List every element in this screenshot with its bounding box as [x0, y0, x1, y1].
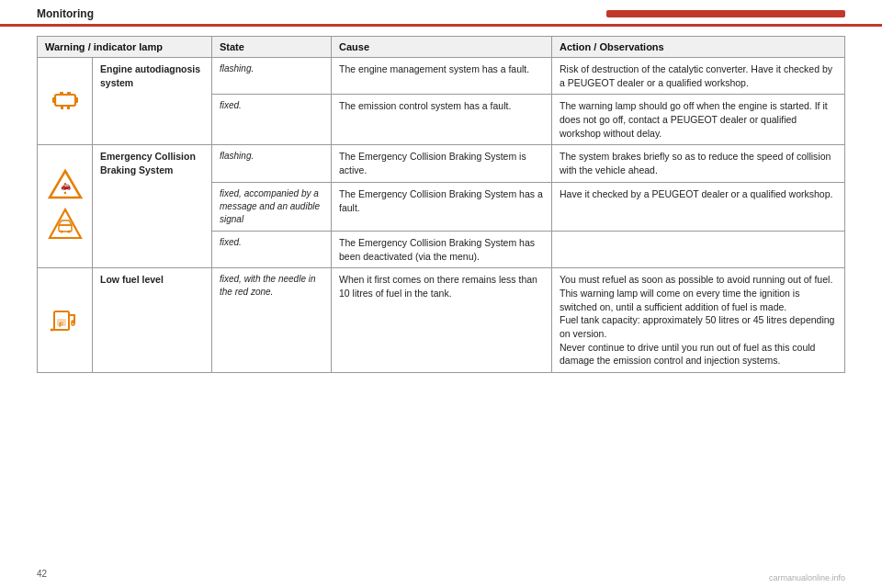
table-row: ! 🚗 Emergency Collision Braking System — [38, 145, 845, 182]
ecb-cause-2: The Emergency Collision Braking System h… — [332, 182, 552, 231]
engine-action-1: Risk of destruction of the catalytic con… — [552, 58, 845, 95]
page-title: Monitoring — [37, 7, 606, 20]
svg-rect-6 — [67, 106, 70, 109]
svg-rect-2 — [74, 97, 78, 103]
svg-text:F: F — [59, 321, 63, 329]
watermark: carmanualonline.info — [769, 573, 845, 582]
ecb-cause-3: The Emergency Collision Braking System h… — [332, 231, 552, 267]
fuel-cause-1: When it first comes on there remains les… — [332, 268, 552, 373]
ecb-icon: ! 🚗 — [47, 166, 84, 203]
svg-marker-12 — [59, 220, 72, 225]
table-row: Engine autodiagnosis system flashing. Th… — [38, 58, 845, 95]
engine-state-2: fixed. — [212, 95, 332, 145]
svg-rect-5 — [61, 106, 63, 109]
svg-marker-20 — [50, 328, 52, 332]
page-number: 42 — [37, 569, 47, 579]
fuel-name-cell: Low fuel level — [93, 268, 212, 373]
engine-icon — [48, 82, 83, 117]
main-content: Warning / indicator lamp State Cause Act… — [0, 27, 882, 382]
svg-point-14 — [67, 230, 70, 232]
warning-table: Warning / indicator lamp State Cause Act… — [37, 36, 845, 373]
engine-name-cell: Engine autodiagnosis system — [93, 58, 212, 145]
header-bar — [606, 10, 845, 17]
engine-action-2: The warning lamp should go off when the … — [552, 95, 845, 145]
col-action: Action / Observations — [552, 37, 845, 58]
ecb-cause-1: The Emergency Collision Braking System i… — [332, 145, 552, 182]
svg-rect-4 — [67, 92, 71, 96]
fuel-icon: F — [49, 302, 82, 335]
col-warning: Warning / indicator lamp — [38, 37, 212, 58]
ecb-icon-car — [47, 207, 84, 243]
svg-rect-0 — [55, 95, 75, 106]
ecb-state-2: fixed, accompanied by a message and an a… — [212, 182, 332, 231]
engine-cause-2: The emission control system has a fault. — [332, 95, 552, 145]
col-cause: Cause — [332, 37, 552, 58]
engine-state-1: flashing. — [212, 58, 332, 95]
fuel-state-1: fixed, with the needle in the red zone. — [212, 268, 332, 373]
engine-cause-1: The engine management system has a fault… — [332, 58, 552, 95]
ecb-action-1: The system brakes briefly so as to reduc… — [552, 145, 845, 182]
fuel-icon-cell: F — [38, 268, 93, 373]
svg-rect-1 — [52, 97, 56, 103]
page-header: Monitoring — [0, 0, 882, 27]
fuel-action-1: You must refuel as soon as possible to a… — [552, 268, 845, 373]
col-state: State — [212, 37, 332, 58]
ecb-action-2: Have it checked by a PEUGEOT dealer or a… — [552, 182, 845, 231]
ecb-action-3 — [552, 231, 845, 267]
svg-text:🚗: 🚗 — [60, 180, 71, 191]
ecb-icon-cell: ! 🚗 — [38, 145, 93, 268]
table-row: F Low fuel level fixed, with the needle … — [38, 268, 845, 373]
svg-point-13 — [60, 230, 62, 232]
ecb-state-3: fixed. — [212, 231, 332, 267]
engine-icon-cell — [38, 58, 93, 145]
ecb-name-cell: Emergency Collision Braking System — [93, 145, 212, 268]
ecb-state-1: flashing. — [212, 145, 332, 182]
svg-marker-10 — [50, 209, 81, 238]
svg-rect-3 — [60, 92, 63, 96]
